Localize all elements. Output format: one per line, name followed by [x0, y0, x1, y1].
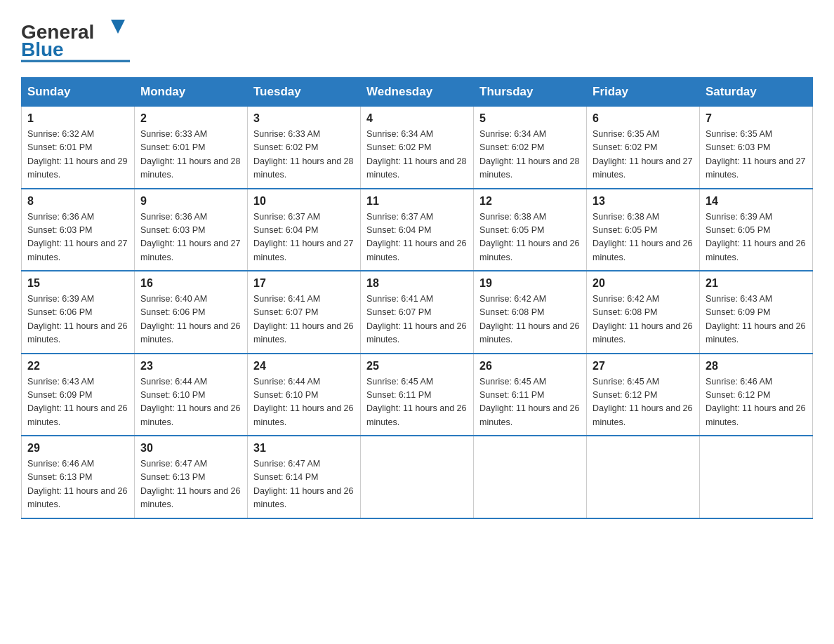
day-info: Sunrise: 6:38 AM Sunset: 6:05 PM Dayligh…: [479, 210, 581, 265]
weekday-header-thursday: Thursday: [474, 78, 587, 107]
day-number: 17: [253, 277, 355, 290]
day-info: Sunrise: 6:36 AM Sunset: 6:03 PM Dayligh…: [27, 210, 128, 265]
calendar-cell: 11 Sunrise: 6:37 AM Sunset: 6:04 PM Dayl…: [361, 189, 474, 271]
day-info: Sunrise: 6:39 AM Sunset: 6:05 PM Dayligh…: [706, 210, 807, 265]
calendar-cell: 13 Sunrise: 6:38 AM Sunset: 6:05 PM Dayl…: [587, 189, 700, 271]
calendar-week-2: 8 Sunrise: 6:36 AM Sunset: 6:03 PM Dayli…: [22, 189, 813, 271]
calendar-cell: 2 Sunrise: 6:33 AM Sunset: 6:01 PM Dayli…: [135, 107, 248, 189]
weekday-header-friday: Friday: [587, 78, 700, 107]
calendar-cell: 16 Sunrise: 6:40 AM Sunset: 6:06 PM Dayl…: [135, 271, 248, 354]
calendar-cell: 10 Sunrise: 6:37 AM Sunset: 6:04 PM Dayl…: [248, 189, 361, 271]
day-number: 4: [366, 112, 468, 125]
day-number: 14: [706, 195, 807, 208]
day-info: Sunrise: 6:33 AM Sunset: 6:01 PM Dayligh…: [140, 128, 241, 182]
weekday-header-sunday: Sunday: [22, 78, 135, 107]
calendar-cell: 23 Sunrise: 6:44 AM Sunset: 6:10 PM Dayl…: [135, 354, 248, 436]
calendar-body: 1 Sunrise: 6:32 AM Sunset: 6:01 PM Dayli…: [22, 107, 813, 518]
day-number: 8: [27, 195, 128, 208]
day-number: 3: [253, 112, 355, 125]
day-info: Sunrise: 6:35 AM Sunset: 6:02 PM Dayligh…: [593, 128, 694, 182]
day-info: Sunrise: 6:39 AM Sunset: 6:06 PM Dayligh…: [27, 293, 128, 347]
day-info: Sunrise: 6:47 AM Sunset: 6:13 PM Dayligh…: [140, 457, 241, 512]
calendar-header: SundayMondayTuesdayWednesdayThursdayFrid…: [22, 78, 813, 107]
day-number: 1: [27, 112, 128, 125]
calendar-cell: 5 Sunrise: 6:34 AM Sunset: 6:02 PM Dayli…: [474, 107, 587, 189]
day-info: Sunrise: 6:42 AM Sunset: 6:08 PM Dayligh…: [593, 293, 694, 347]
calendar-cell: 3 Sunrise: 6:33 AM Sunset: 6:02 PM Dayli…: [248, 107, 361, 189]
day-info: Sunrise: 6:37 AM Sunset: 6:04 PM Dayligh…: [366, 210, 468, 265]
calendar-cell: 8 Sunrise: 6:36 AM Sunset: 6:03 PM Dayli…: [22, 189, 135, 271]
day-info: Sunrise: 6:34 AM Sunset: 6:02 PM Dayligh…: [479, 128, 581, 182]
day-info: Sunrise: 6:43 AM Sunset: 6:09 PM Dayligh…: [706, 293, 807, 347]
calendar-cell: 20 Sunrise: 6:42 AM Sunset: 6:08 PM Dayl…: [587, 271, 700, 354]
calendar-cell: 17 Sunrise: 6:41 AM Sunset: 6:07 PM Dayl…: [248, 271, 361, 354]
calendar-cell: 4 Sunrise: 6:34 AM Sunset: 6:02 PM Dayli…: [361, 107, 474, 189]
calendar-week-3: 15 Sunrise: 6:39 AM Sunset: 6:06 PM Dayl…: [22, 271, 813, 354]
logo-svg: General Blue: [21, 14, 133, 63]
calendar-cell: 12 Sunrise: 6:38 AM Sunset: 6:05 PM Dayl…: [474, 189, 587, 271]
calendar-cell: 22 Sunrise: 6:43 AM Sunset: 6:09 PM Dayl…: [22, 354, 135, 436]
day-number: 22: [27, 360, 128, 373]
day-info: Sunrise: 6:38 AM Sunset: 6:05 PM Dayligh…: [593, 210, 694, 265]
day-number: 23: [140, 360, 241, 373]
day-number: 30: [140, 442, 241, 455]
day-number: 25: [366, 360, 468, 373]
day-number: 16: [140, 277, 241, 290]
day-number: 28: [706, 360, 807, 373]
logo: General Blue: [21, 14, 133, 63]
day-number: 5: [479, 112, 581, 125]
weekday-header-saturday: Saturday: [700, 78, 813, 107]
calendar-table: SundayMondayTuesdayWednesdayThursdayFrid…: [21, 77, 813, 519]
calendar-week-4: 22 Sunrise: 6:43 AM Sunset: 6:09 PM Dayl…: [22, 354, 813, 436]
day-number: 10: [253, 195, 355, 208]
day-info: Sunrise: 6:33 AM Sunset: 6:02 PM Dayligh…: [253, 128, 355, 182]
weekday-header-tuesday: Tuesday: [248, 78, 361, 107]
day-number: 12: [479, 195, 581, 208]
day-number: 7: [706, 112, 807, 125]
day-info: Sunrise: 6:37 AM Sunset: 6:04 PM Dayligh…: [253, 210, 355, 265]
day-info: Sunrise: 6:43 AM Sunset: 6:09 PM Dayligh…: [27, 375, 128, 430]
calendar-cell: 25 Sunrise: 6:45 AM Sunset: 6:11 PM Dayl…: [361, 354, 474, 436]
day-info: Sunrise: 6:44 AM Sunset: 6:10 PM Dayligh…: [140, 375, 241, 430]
calendar-cell: 14 Sunrise: 6:39 AM Sunset: 6:05 PM Dayl…: [700, 189, 813, 271]
day-info: Sunrise: 6:44 AM Sunset: 6:10 PM Dayligh…: [253, 375, 355, 430]
day-info: Sunrise: 6:42 AM Sunset: 6:08 PM Dayligh…: [479, 293, 581, 347]
weekday-header-monday: Monday: [135, 78, 248, 107]
calendar-cell: 26 Sunrise: 6:45 AM Sunset: 6:11 PM Dayl…: [474, 354, 587, 436]
day-number: 9: [140, 195, 241, 208]
calendar-cell: [361, 436, 474, 518]
day-number: 18: [366, 277, 468, 290]
calendar-cell: 31 Sunrise: 6:47 AM Sunset: 6:14 PM Dayl…: [248, 436, 361, 518]
day-number: 21: [706, 277, 807, 290]
calendar-cell: 15 Sunrise: 6:39 AM Sunset: 6:06 PM Dayl…: [22, 271, 135, 354]
day-info: Sunrise: 6:45 AM Sunset: 6:11 PM Dayligh…: [366, 375, 468, 430]
day-info: Sunrise: 6:45 AM Sunset: 6:12 PM Dayligh…: [593, 375, 694, 430]
day-info: Sunrise: 6:40 AM Sunset: 6:06 PM Dayligh…: [140, 293, 241, 347]
day-number: 26: [479, 360, 581, 373]
calendar-cell: [587, 436, 700, 518]
day-info: Sunrise: 6:45 AM Sunset: 6:11 PM Dayligh…: [479, 375, 581, 430]
day-info: Sunrise: 6:41 AM Sunset: 6:07 PM Dayligh…: [253, 293, 355, 347]
day-info: Sunrise: 6:34 AM Sunset: 6:02 PM Dayligh…: [366, 128, 468, 182]
day-info: Sunrise: 6:46 AM Sunset: 6:13 PM Dayligh…: [27, 457, 128, 512]
weekday-header-wednesday: Wednesday: [361, 78, 474, 107]
calendar-week-1: 1 Sunrise: 6:32 AM Sunset: 6:01 PM Dayli…: [22, 107, 813, 189]
calendar-cell: 28 Sunrise: 6:46 AM Sunset: 6:12 PM Dayl…: [700, 354, 813, 436]
day-info: Sunrise: 6:35 AM Sunset: 6:03 PM Dayligh…: [706, 128, 807, 182]
day-number: 31: [253, 442, 355, 455]
calendar-week-5: 29 Sunrise: 6:46 AM Sunset: 6:13 PM Dayl…: [22, 436, 813, 518]
calendar-cell: 9 Sunrise: 6:36 AM Sunset: 6:03 PM Dayli…: [135, 189, 248, 271]
calendar-cell: 24 Sunrise: 6:44 AM Sunset: 6:10 PM Dayl…: [248, 354, 361, 436]
day-number: 29: [27, 442, 128, 455]
svg-text:Blue: Blue: [21, 39, 64, 60]
day-number: 27: [593, 360, 694, 373]
day-number: 15: [27, 277, 128, 290]
calendar-cell: 18 Sunrise: 6:41 AM Sunset: 6:07 PM Dayl…: [361, 271, 474, 354]
calendar-cell: [700, 436, 813, 518]
day-number: 6: [593, 112, 694, 125]
calendar-cell: 30 Sunrise: 6:47 AM Sunset: 6:13 PM Dayl…: [135, 436, 248, 518]
calendar-cell: 27 Sunrise: 6:45 AM Sunset: 6:12 PM Dayl…: [587, 354, 700, 436]
weekday-row: SundayMondayTuesdayWednesdayThursdayFrid…: [22, 78, 813, 107]
day-number: 2: [140, 112, 241, 125]
day-number: 24: [253, 360, 355, 373]
